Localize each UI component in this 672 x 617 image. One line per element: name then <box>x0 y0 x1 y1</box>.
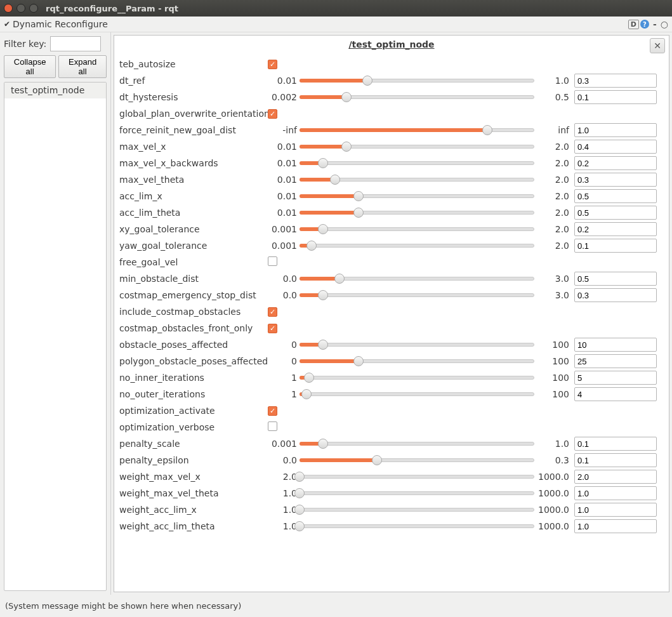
param-min: 1 <box>265 389 297 399</box>
param-row: max_vel_theta0.012.0 <box>117 171 662 188</box>
slider[interactable] <box>300 439 534 449</box>
checkbox[interactable]: ✓ <box>268 109 277 119</box>
slider-thumb[interactable] <box>318 224 328 234</box>
value-input[interactable] <box>574 503 657 517</box>
value-input[interactable] <box>574 272 657 286</box>
param-max: 100 <box>537 356 572 366</box>
slider[interactable] <box>300 241 534 251</box>
circle-icon[interactable]: ○ <box>661 19 668 29</box>
value-input[interactable] <box>574 173 657 187</box>
value-input[interactable] <box>574 338 657 352</box>
checkbox[interactable]: ✓ <box>268 60 277 69</box>
dash-icon[interactable]: - <box>653 19 657 29</box>
window-minimize-icon[interactable] <box>16 4 25 13</box>
value-input[interactable] <box>574 140 657 154</box>
window-maximize-icon[interactable] <box>29 4 38 13</box>
slider[interactable] <box>300 505 534 515</box>
slider-thumb[interactable] <box>318 158 328 168</box>
value-input[interactable] <box>574 90 657 104</box>
checkbox[interactable]: ✓ <box>268 307 277 317</box>
value-input[interactable] <box>574 354 657 368</box>
slider[interactable] <box>300 290 534 300</box>
value-input[interactable] <box>574 239 657 253</box>
slider-thumb[interactable] <box>306 241 317 251</box>
slider[interactable] <box>300 340 534 350</box>
slider-thumb[interactable] <box>362 76 372 86</box>
slider[interactable] <box>300 76 534 86</box>
slider-thumb[interactable] <box>318 290 328 300</box>
slider[interactable] <box>300 208 534 218</box>
slider-thumb[interactable] <box>372 455 382 465</box>
collapse-all-button[interactable]: Collapse all <box>4 55 56 78</box>
param-row: penalty_scale0.0011.0 <box>117 435 662 452</box>
param-min: 1.0 <box>265 488 297 498</box>
value-input[interactable] <box>574 387 657 401</box>
value-input[interactable] <box>574 74 657 88</box>
param-max: 100 <box>537 340 572 350</box>
slider-thumb[interactable] <box>353 356 364 366</box>
value-input[interactable] <box>574 156 657 170</box>
slider[interactable] <box>300 224 534 234</box>
slider[interactable] <box>300 92 534 102</box>
value-input[interactable] <box>574 437 657 451</box>
slider-thumb[interactable] <box>334 274 345 284</box>
slider-thumb[interactable] <box>294 521 305 531</box>
slider-thumb[interactable] <box>353 191 364 201</box>
slider-thumb[interactable] <box>341 92 352 102</box>
slider-thumb[interactable] <box>341 142 352 152</box>
param-row: include_costmap_obstacles✓ <box>117 303 662 320</box>
slider[interactable] <box>300 373 534 383</box>
param-min: 0.0 <box>265 274 297 284</box>
value-input[interactable] <box>574 288 657 302</box>
value-input[interactable] <box>574 189 657 203</box>
slider-thumb[interactable] <box>353 208 364 218</box>
slider[interactable] <box>300 389 534 399</box>
slider-thumb[interactable] <box>294 472 305 482</box>
slider[interactable] <box>300 521 534 531</box>
slider-thumb[interactable] <box>318 340 328 350</box>
param-min: 0.01 <box>265 208 297 218</box>
dq-icon[interactable]: D ? <box>628 20 649 29</box>
filter-input[interactable] <box>50 36 101 51</box>
slider-thumb[interactable] <box>304 373 314 383</box>
value-input[interactable] <box>574 371 657 385</box>
value-input[interactable] <box>574 470 657 484</box>
value-input[interactable] <box>574 486 657 500</box>
checkbox[interactable]: ✓ <box>268 324 277 333</box>
slider[interactable] <box>300 175 534 185</box>
value-input[interactable] <box>574 206 657 220</box>
slider[interactable] <box>300 158 534 168</box>
slider-thumb[interactable] <box>294 488 305 498</box>
value-input[interactable] <box>574 519 657 533</box>
value-input[interactable] <box>574 123 657 137</box>
slider[interactable] <box>300 191 534 201</box>
slider-thumb[interactable] <box>482 125 492 135</box>
checkbox[interactable]: ✓ <box>268 406 277 416</box>
slider-thumb[interactable] <box>318 439 328 449</box>
value-input[interactable] <box>574 453 657 467</box>
param-min: 0.01 <box>265 191 297 201</box>
slider[interactable] <box>300 142 534 152</box>
window-close-icon[interactable] <box>4 4 13 13</box>
checkbox[interactable] <box>268 256 277 266</box>
param-name: dt_hysteresis <box>117 92 263 102</box>
slider[interactable] <box>300 472 534 482</box>
node-tree[interactable]: test_optim_node <box>4 82 107 591</box>
slider-thumb[interactable] <box>294 505 305 515</box>
slider[interactable] <box>300 125 534 135</box>
tree-item[interactable]: test_optim_node <box>4 83 106 98</box>
slider[interactable] <box>300 356 534 366</box>
slider[interactable] <box>300 455 534 465</box>
expand-all-button[interactable]: Expand all <box>58 55 107 78</box>
param-row: weight_acc_lim_theta1.01000.0 <box>117 518 662 534</box>
slider[interactable] <box>300 274 534 284</box>
param-row: no_outer_iterations1100 <box>117 386 662 402</box>
slider[interactable] <box>300 488 534 498</box>
close-icon[interactable]: ✕ <box>650 38 665 53</box>
value-input[interactable] <box>574 222 657 236</box>
param-max: 2.0 <box>537 224 572 234</box>
checkbox[interactable] <box>268 421 277 431</box>
slider-thumb[interactable] <box>301 389 312 399</box>
header: ✔ Dynamic Reconfigure D ? - ○ <box>0 17 672 32</box>
slider-thumb[interactable] <box>330 175 340 185</box>
